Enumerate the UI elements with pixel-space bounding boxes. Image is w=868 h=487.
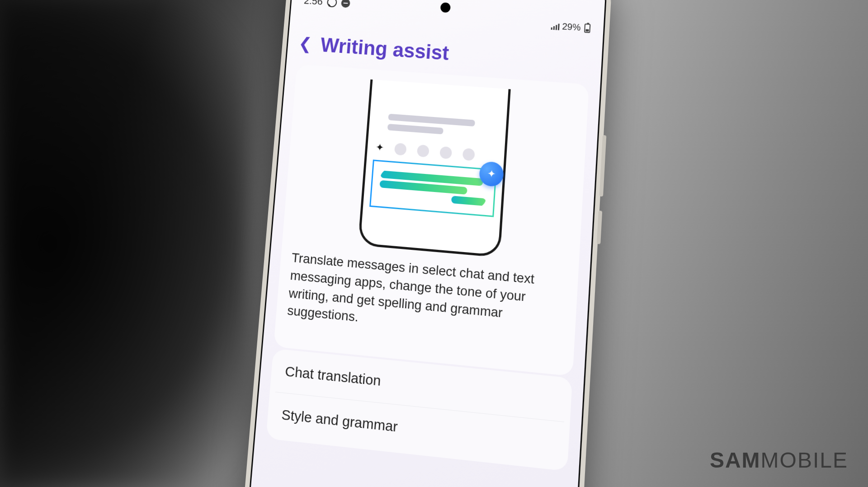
phone-frame: 2:56 29% ❮ Writing assist xyxy=(242,0,612,487)
status-right: 29% xyxy=(551,20,590,33)
sparkle-icon: ✦ xyxy=(375,141,384,154)
whatsapp-icon xyxy=(327,0,337,7)
illus-dot xyxy=(439,146,452,159)
phone-device: 2:56 29% ❮ Writing assist xyxy=(242,0,612,487)
chip-bar xyxy=(451,196,486,206)
illus-dot xyxy=(417,145,429,158)
watermark-light: MOBILE xyxy=(761,448,848,472)
page-title: Writing assist xyxy=(320,33,450,65)
watermark: SAMMOBILE xyxy=(710,448,848,473)
side-button-lower xyxy=(597,211,602,244)
illus-suggestion-chip: ✦ xyxy=(369,159,497,217)
illus-line xyxy=(387,124,443,134)
status-time: 2:56 xyxy=(303,0,323,7)
signal-icon xyxy=(551,22,560,30)
background-shadow xyxy=(0,0,249,487)
status-left: 2:56 xyxy=(303,0,350,9)
illustration-phone: ✦ ✦ xyxy=(358,80,511,258)
illustration-card: ✦ ✦ xyxy=(274,64,589,376)
phone-screen: 2:56 29% ❮ Writing assist xyxy=(247,0,607,487)
dnd-icon xyxy=(341,0,350,8)
illus-dot xyxy=(394,143,407,156)
battery-text: 29% xyxy=(562,21,581,33)
side-button-upper xyxy=(599,135,607,197)
battery-icon xyxy=(584,23,590,33)
watermark-bold: SAM xyxy=(710,448,761,472)
illus-dot xyxy=(462,148,475,161)
back-button[interactable]: ❮ xyxy=(298,35,312,52)
illus-toolbar: ✦ xyxy=(375,141,498,163)
